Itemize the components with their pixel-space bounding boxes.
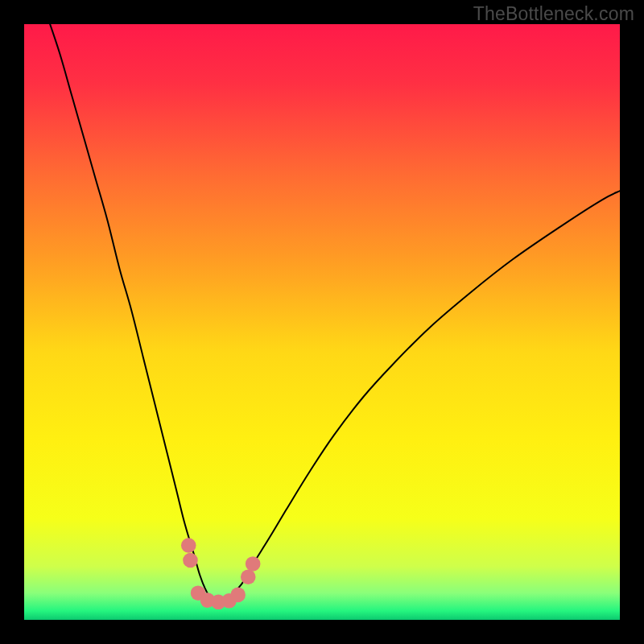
bottleneck-markers <box>230 588 246 603</box>
bottleneck-markers <box>181 538 196 553</box>
chart-frame: TheBottleneck.com <box>0 0 644 644</box>
bottleneck-markers <box>246 556 261 572</box>
bottleneck-markers <box>241 569 256 584</box>
watermark-text: TheBottleneck.com <box>473 3 634 25</box>
plot-area <box>24 24 620 620</box>
bottleneck-markers <box>183 553 198 568</box>
bottleneck-chart <box>24 24 620 620</box>
gradient-background <box>24 24 620 620</box>
